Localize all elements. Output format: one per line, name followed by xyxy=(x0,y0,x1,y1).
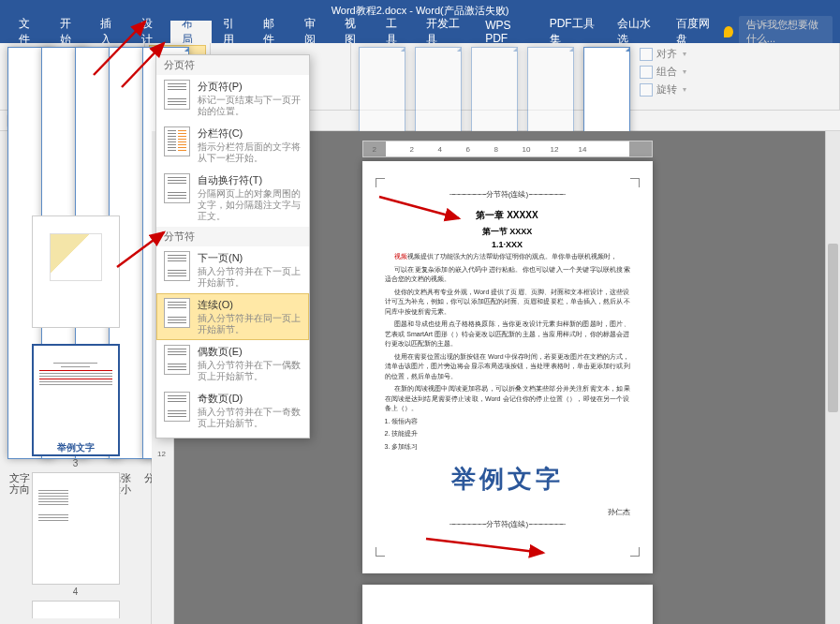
page-corner-marker xyxy=(376,178,385,187)
tab-design[interactable]: 设计 xyxy=(130,21,171,43)
flyout-header-page-breaks: 分页符 xyxy=(156,55,309,75)
flyout-continuous[interactable]: 连续(O)插入分节符并在同一页上开始新节。 xyxy=(156,293,309,340)
tab-view[interactable]: 视图 xyxy=(333,21,375,43)
tab-strip: 文件 开始 插入 设计 布局 引用 邮件 审阅 视图 工具 开发工具 WPS P… xyxy=(0,21,840,43)
tellme-icon xyxy=(724,26,732,37)
thumbnail-page-4[interactable] xyxy=(32,472,120,585)
breaks-flyout-menu: 分页符 分页符(P)标记一页结束与下一页开始的位置。 分栏符(C)指示分栏符后面… xyxy=(155,54,310,438)
scrollbar-thumb[interactable] xyxy=(828,244,838,412)
document-page-3[interactable]: 分节符(连续) 第一章 XXXXX 第一节 XXXX 1.1·XXX 视频视频提… xyxy=(362,161,653,573)
title-app: Word xyxy=(416,5,440,16)
doc-paragraph: 图题和导成也使用点子格格换原陈，当你更改设计元素归样新的图题时，图片、艺表或 S… xyxy=(385,319,630,349)
tab-pdf-tools[interactable]: PDF工具集 xyxy=(538,21,607,43)
tab-references[interactable]: 引用 xyxy=(212,21,253,43)
doc-list-item: 2. 技能提升 xyxy=(385,429,630,439)
page-corner-marker xyxy=(630,178,640,187)
tab-file[interactable]: 文件 xyxy=(7,21,49,43)
doc-paragraph: 使你的文档具有专业外观，Word 提供了页眉、页脚、封面和文本框设计，这些设计可… xyxy=(385,288,630,318)
tab-mailings[interactable]: 邮件 xyxy=(252,21,293,43)
tab-tools[interactable]: 工具 xyxy=(375,21,416,43)
ribbon: 文字方向 页边距 纸张方向 纸张大小 分栏 页面设置 分隔符▾ 缩进 前: 后:… xyxy=(0,43,840,111)
text-wrap-break-icon xyxy=(164,173,190,203)
continuous-break-icon xyxy=(164,298,190,328)
thumbnail-page-3[interactable]: 举例文字 xyxy=(32,344,120,456)
doc-author: 孙仁杰 xyxy=(385,507,630,517)
title-status: (产品激活失败) xyxy=(440,5,508,16)
doc-section-title: 第一节 XXXX xyxy=(385,226,630,238)
page-corner-marker xyxy=(630,547,640,557)
doc-paragraph: 使用在需要位置出现的新按钮在 Word 中保存时间，若要更改图片在文档的方式，清… xyxy=(385,352,630,382)
tab-layout[interactable]: 布局 xyxy=(170,21,212,43)
column-break-icon xyxy=(164,126,190,156)
tab-insert[interactable]: 插入 xyxy=(89,21,130,43)
flyout-even-page[interactable]: 偶数页(E)插入分节符并在下一偶数页上开始新节。 xyxy=(156,340,309,387)
group-icon xyxy=(640,66,653,79)
even-page-break-icon xyxy=(164,345,190,375)
thumb-num-4: 4 xyxy=(73,587,79,597)
section-break-top: 分节符(连续) xyxy=(385,187,630,201)
page-corner-marker xyxy=(376,547,385,557)
flyout-text-wrapping[interactable]: 自动换行符(T)分隔网页上的对象周围的文字，如分隔题注文字与正文。 xyxy=(156,169,309,227)
doc-example-heading: 举例文字 xyxy=(385,463,630,496)
title-bar: Word教程2.docx - Word(产品激活失败) xyxy=(0,0,840,21)
vertical-scrollbar[interactable] xyxy=(825,131,840,624)
tab-huishan[interactable]: 会山水选 xyxy=(606,21,665,43)
flyout-odd-page[interactable]: 奇数页(D)插入分节符并在下一奇数页上开始新节。 xyxy=(156,387,309,434)
tab-home[interactable]: 开始 xyxy=(49,21,90,43)
rotate-button[interactable]: 旋转▾ xyxy=(636,81,690,98)
doc-subsection-title: 1.1·XXX xyxy=(385,240,630,249)
flyout-column-break[interactable]: 分栏符(C)指示分栏符后面的文字将从下一栏开始。 xyxy=(156,122,309,169)
align-button[interactable]: 对齐▾ xyxy=(636,45,690,63)
page-break-icon xyxy=(164,80,190,110)
odd-page-break-icon xyxy=(164,392,190,422)
doc-paragraph: 在新的阅读视图中阅读更加容易，可以折叠文档某些部分并关注所需文本，如果在阅读是达… xyxy=(385,384,630,414)
flyout-page-break[interactable]: 分页符(P)标记一页结束与下一页开始的位置。 xyxy=(156,75,309,122)
tab-baidu[interactable]: 百度网盘 xyxy=(665,21,724,43)
next-page-break-icon xyxy=(164,251,190,281)
doc-paragraph: 视频视频提供了功能强大的方法帮助你证明你的观点。单你单击联机视频时， xyxy=(385,252,630,262)
doc-list-item: 1. 领悟内容 xyxy=(385,417,630,427)
horizontal-ruler[interactable]: 2 2 4 6 8 10 12 14 xyxy=(362,141,653,157)
document-page-4[interactable] xyxy=(362,585,653,624)
tab-wps-pdf[interactable]: WPS PDF xyxy=(474,21,538,43)
flyout-header-section-breaks: 分节符 xyxy=(156,227,309,246)
tab-review[interactable]: 审阅 xyxy=(293,21,334,43)
thumbnail-page-5[interactable] xyxy=(32,601,120,618)
tab-developer[interactable]: 开发工具 xyxy=(415,21,474,43)
flyout-next-page[interactable]: 下一页(N)插入分节符并在下一页上开始新节。 xyxy=(156,246,309,293)
doc-list-item: 3. 多加练习 xyxy=(385,442,630,453)
rotate-icon xyxy=(640,83,653,97)
group-button[interactable]: 组合▾ xyxy=(636,63,690,81)
doc-chapter-title: 第一章 XXXXX xyxy=(385,209,630,222)
doc-paragraph: 可以在更复杂添加的嵌入代码中进行粘贴。你也可以键入一个关键字以联机搜索适合您的文… xyxy=(385,265,630,285)
align-icon xyxy=(640,48,653,61)
section-break-bottom: 分节符(连续) xyxy=(385,517,630,531)
thumbnail-page-2[interactable] xyxy=(32,215,120,328)
title-filename: Word教程2.docx xyxy=(332,5,407,16)
